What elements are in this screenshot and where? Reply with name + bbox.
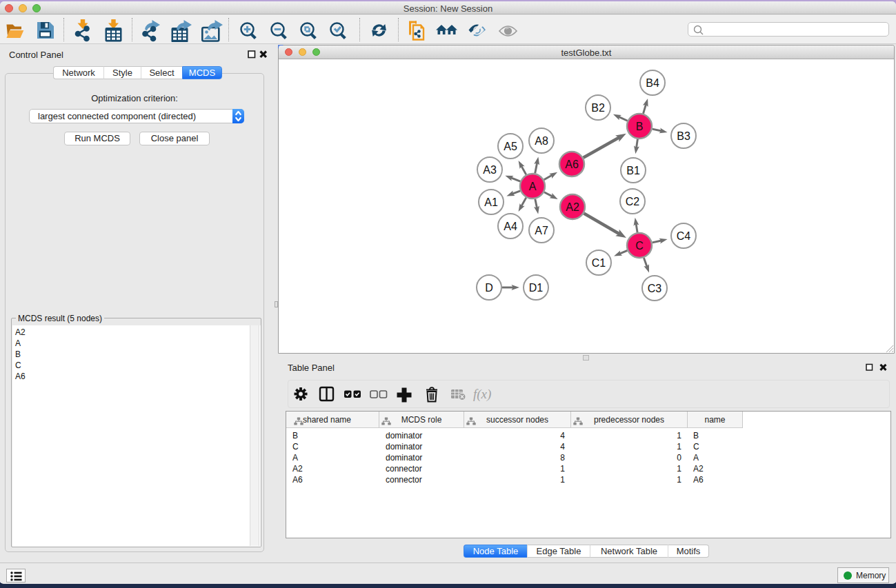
svg-text:B: B	[636, 121, 644, 132]
svg-text:C4: C4	[677, 230, 691, 242]
svg-text:A: A	[529, 181, 537, 192]
svg-text:C1: C1	[592, 257, 606, 269]
svg-text:B1: B1	[626, 165, 640, 176]
svg-text:C: C	[635, 240, 644, 252]
svg-text:A5: A5	[504, 141, 517, 152]
svg-text:f(x): f(x)	[473, 387, 491, 402]
svg-text:A4: A4	[504, 221, 517, 232]
svg-text:A7: A7	[535, 225, 548, 236]
svg-text:A6: A6	[565, 159, 579, 170]
svg-text:B4: B4	[646, 77, 659, 89]
svg-text:C2: C2	[626, 196, 640, 207]
svg-text:A1: A1	[484, 196, 498, 208]
svg-text:A8: A8	[535, 135, 548, 147]
svg-text:A2: A2	[566, 201, 579, 213]
svg-text:D: D	[485, 282, 493, 294]
svg-text:C3: C3	[648, 283, 662, 294]
svg-text:D1: D1	[529, 282, 544, 294]
svg-text:B2: B2	[591, 102, 605, 114]
svg-text:A3: A3	[483, 164, 497, 176]
svg-text:B3: B3	[677, 130, 690, 142]
